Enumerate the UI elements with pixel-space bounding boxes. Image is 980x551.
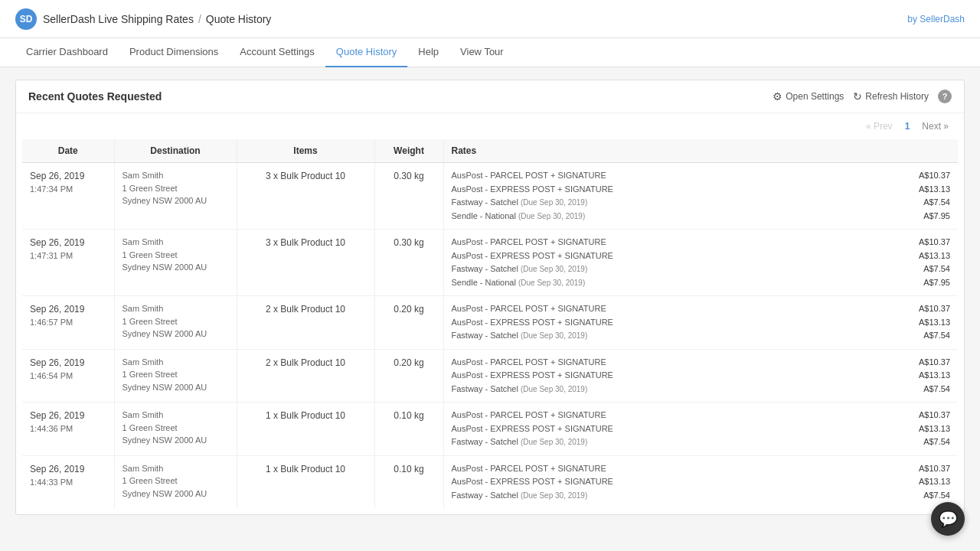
cell-rates: AusPost - PARCEL POST + SIGNATUREA$10.37…	[443, 230, 958, 296]
cell-destination: Sam Smith1 Green StreetSydney NSW 2000 A…	[114, 163, 237, 230]
rate-due: (Due Sep 30, 2019)	[521, 198, 587, 207]
cell-weight: 0.30 kg	[374, 163, 443, 230]
rate-item: Fastway - Satchel (Due Sep 30, 2019)A$7.…	[452, 435, 951, 448]
cell-date: Sep 26, 20191:44:33 PM	[22, 455, 114, 508]
rate-price: A$7.54	[923, 329, 950, 342]
refresh-history-button[interactable]: ↻ Refresh History	[853, 90, 929, 103]
settings-icon: ⚙	[773, 90, 782, 103]
dest-address2: Sydney NSW 2000 AU	[122, 328, 229, 341]
rate-price: A$7.95	[923, 210, 950, 223]
cell-destination: Sam Smith1 Green StreetSydney NSW 2000 A…	[114, 349, 237, 403]
rate-name: AusPost - EXPRESS POST + SIGNATURE	[452, 183, 613, 196]
rate-price: A$7.54	[923, 383, 950, 396]
table-row: Sep 26, 20191:47:31 PMSam Smith1 Green S…	[22, 230, 958, 296]
cell-weight: 0.30 kg	[374, 230, 443, 296]
cell-date: Sep 26, 20191:46:57 PM	[22, 296, 114, 350]
cell-date: Sep 26, 20191:44:36 PM	[22, 403, 114, 456]
table-container: Date Destination Items Weight Rates Sep …	[16, 139, 964, 514]
cell-items: 3 x Bulk Product 10	[237, 163, 374, 230]
header: SD SellerDash Live Shipping Rates / Quot…	[0, 0, 980, 38]
rate-price: A$10.37	[919, 462, 950, 475]
rate-item: Fastway - Satchel (Due Sep 30, 2019)A$7.…	[452, 262, 951, 276]
help-label: ?	[942, 92, 948, 101]
cell-destination: Sam Smith1 Green StreetSydney NSW 2000 A…	[114, 296, 237, 350]
dest-name: Sam Smith	[122, 462, 229, 475]
cell-date: Sep 26, 20191:47:31 PM	[22, 230, 114, 296]
nav-product-dimensions[interactable]: Product Dimensions	[119, 38, 229, 67]
cell-weight: 0.20 kg	[374, 349, 443, 403]
dest-name: Sam Smith	[122, 236, 229, 249]
rate-item: AusPost - PARCEL POST + SIGNATUREA$10.37	[452, 462, 951, 475]
rate-name: AusPost - PARCEL POST + SIGNATURE	[452, 169, 606, 182]
rate-due: (Due Sep 30, 2019)	[521, 385, 587, 393]
rate-item: AusPost - EXPRESS POST + SIGNATUREA$13.1…	[452, 183, 951, 196]
rate-item: AusPost - PARCEL POST + SIGNATUREA$10.37	[452, 409, 951, 422]
col-header-rates: Rates	[443, 139, 958, 163]
cell-items: 2 x Bulk Product 10	[237, 349, 374, 403]
nav: Carrier Dashboard Product Dimensions Acc…	[0, 38, 980, 67]
time-value: 1:44:36 PM	[30, 422, 106, 435]
breadcrumb: SellerDash Live Shipping Rates / Quote H…	[43, 13, 271, 25]
rate-name: Sendle - National (Due Sep 30, 2019)	[452, 210, 586, 223]
rate-item: Sendle - National (Due Sep 30, 2019)A$7.…	[452, 210, 951, 223]
cell-rates: AusPost - PARCEL POST + SIGNATUREA$10.37…	[443, 163, 958, 230]
rate-name: AusPost - EXPRESS POST + SIGNATURE	[452, 475, 613, 488]
panel-header: Recent Quotes Requested ⚙ Open Settings …	[16, 80, 964, 113]
rate-price: A$10.37	[919, 169, 950, 182]
refresh-label: Refresh History	[865, 91, 929, 102]
rate-name: Fastway - Satchel (Due Sep 30, 2019)	[452, 489, 588, 502]
rate-item: AusPost - PARCEL POST + SIGNATUREA$10.37	[452, 302, 951, 315]
open-settings-button[interactable]: ⚙ Open Settings	[773, 90, 844, 103]
nav-view-tour[interactable]: View Tour	[449, 38, 514, 67]
date-value: Sep 26, 2019	[30, 409, 106, 422]
prev-button[interactable]: « Prev	[863, 119, 896, 133]
table-row: Sep 26, 20191:44:36 PMSam Smith1 Green S…	[22, 403, 958, 456]
breadcrumb-separator: /	[198, 13, 201, 25]
rate-name: AusPost - PARCEL POST + SIGNATURE	[452, 356, 606, 369]
next-button[interactable]: Next »	[919, 119, 952, 133]
pagination: « Prev 1 Next »	[16, 113, 964, 139]
cell-items: 1 x Bulk Product 10	[237, 403, 374, 456]
cell-destination: Sam Smith1 Green StreetSydney NSW 2000 A…	[114, 230, 237, 296]
dest-address1: 1 Green Street	[122, 422, 229, 435]
date-value: Sep 26, 2019	[30, 236, 106, 249]
header-left: SD SellerDash Live Shipping Rates / Quot…	[15, 8, 271, 30]
app-name: SellerDash Live Shipping Rates	[43, 13, 194, 25]
rate-name: Fastway - Satchel (Due Sep 30, 2019)	[452, 435, 588, 448]
rate-price: A$13.13	[919, 475, 950, 488]
col-header-weight: Weight	[374, 139, 443, 163]
nav-help[interactable]: Help	[407, 38, 449, 67]
rate-item: Fastway - Satchel (Due Sep 30, 2019)A$7.…	[452, 196, 951, 209]
dest-name: Sam Smith	[122, 409, 229, 422]
rate-name: AusPost - EXPRESS POST + SIGNATURE	[452, 422, 613, 435]
page-title: Quote History	[206, 13, 272, 25]
time-value: 1:44:33 PM	[30, 476, 106, 489]
rate-item: AusPost - PARCEL POST + SIGNATUREA$10.37	[452, 356, 951, 369]
nav-quote-history[interactable]: Quote History	[325, 38, 407, 67]
rate-name: Fastway - Satchel (Due Sep 30, 2019)	[452, 329, 588, 342]
date-value: Sep 26, 2019	[30, 302, 106, 316]
help-button[interactable]: ?	[938, 90, 952, 103]
nav-carrier-dashboard[interactable]: Carrier Dashboard	[15, 38, 119, 67]
dest-address2: Sydney NSW 2000 AU	[122, 194, 229, 207]
dest-address1: 1 Green Street	[122, 474, 229, 487]
rate-name: AusPost - PARCEL POST + SIGNATURE	[452, 409, 606, 422]
col-header-date: Date	[22, 139, 114, 163]
cell-items: 1 x Bulk Product 10	[237, 455, 374, 508]
chat-icon: 💬	[939, 510, 958, 527]
nav-account-settings[interactable]: Account Settings	[229, 38, 325, 67]
rate-name: Fastway - Satchel (Due Sep 30, 2019)	[452, 262, 588, 276]
dest-address1: 1 Green Street	[122, 182, 229, 195]
dest-address1: 1 Green Street	[122, 368, 229, 381]
rate-name: AusPost - PARCEL POST + SIGNATURE	[452, 236, 606, 249]
date-value: Sep 26, 2019	[30, 462, 106, 476]
cell-rates: AusPost - PARCEL POST + SIGNATUREA$10.37…	[443, 349, 958, 403]
cell-rates: AusPost - PARCEL POST + SIGNATUREA$10.37…	[443, 403, 958, 456]
rate-item: AusPost - PARCEL POST + SIGNATUREA$10.37	[452, 236, 951, 249]
rate-price: A$13.13	[919, 316, 950, 329]
table-row: Sep 26, 20191:46:57 PMSam Smith1 Green S…	[22, 296, 958, 350]
rate-item: AusPost - EXPRESS POST + SIGNATUREA$13.1…	[452, 475, 951, 488]
rate-price: A$13.13	[919, 369, 950, 382]
cell-weight: 0.10 kg	[374, 403, 443, 456]
time-value: 1:47:31 PM	[30, 249, 106, 262]
